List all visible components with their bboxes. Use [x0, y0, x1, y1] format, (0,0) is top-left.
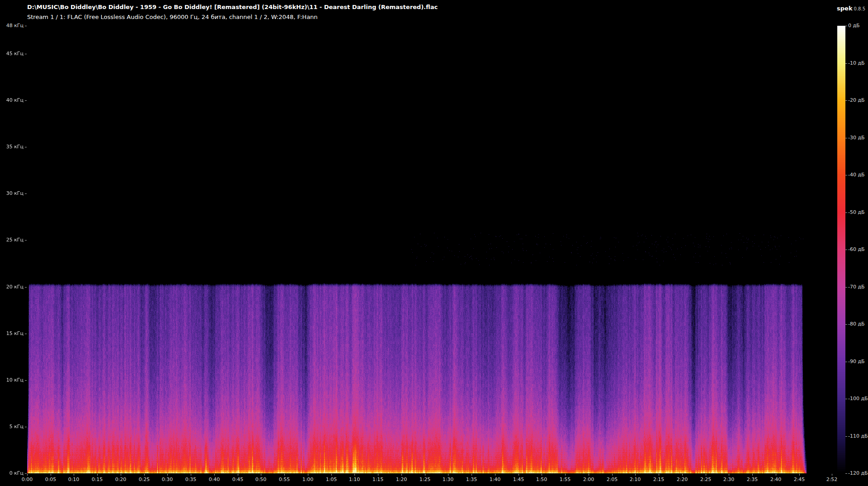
db-tick [845, 100, 847, 101]
time-tick-label: 0:55 [273, 477, 296, 483]
time-tick-label: 0:00 [16, 477, 38, 483]
time-tick [425, 474, 425, 476]
freq-tick [25, 287, 27, 288]
freq-tick-label: 10 кГц [1, 377, 24, 383]
time-tick-label: 2:45 [788, 477, 811, 483]
time-tick-label: 2:40 [764, 477, 787, 483]
freq-tick [25, 380, 27, 381]
db-tick [845, 399, 847, 399]
spek-window: D:\MUSIC\Bo Diddley\Bo Diddley - 1959 - … [0, 0, 868, 486]
file-path: D:\MUSIC\Bo Diddley\Bo Diddley - 1959 - … [27, 4, 438, 10]
time-tick [776, 474, 776, 476]
time-tick-label: 2:30 [717, 477, 740, 483]
time-tick [752, 474, 753, 476]
time-tick [612, 474, 613, 476]
freq-tick [25, 193, 27, 194]
db-tick [845, 63, 847, 64]
time-tick [284, 474, 285, 476]
time-tick-label: 1:40 [484, 477, 506, 483]
time-tick [635, 474, 636, 476]
time-tick-label: 0:30 [156, 477, 179, 483]
time-tick [378, 474, 378, 476]
time-tick-label: 0:40 [203, 477, 226, 483]
time-tick [354, 474, 355, 476]
freq-tick [25, 100, 27, 101]
app-version: 0.8.5 [854, 6, 865, 11]
time-tick-label: 1:35 [460, 477, 483, 483]
time-tick [448, 474, 448, 476]
time-tick-label: 0:25 [133, 477, 156, 483]
freq-tick-label: 20 кГц [1, 284, 24, 290]
freq-tick [25, 26, 27, 26]
freq-tick [25, 473, 27, 474]
time-tick [97, 474, 98, 476]
time-tick-label: 0:10 [62, 477, 85, 483]
time-tick [27, 474, 28, 476]
time-tick-label: 2:20 [671, 477, 693, 483]
time-tick [659, 474, 659, 476]
db-tick-label: -60 дБ [848, 246, 865, 253]
spectrogram-canvas [27, 26, 832, 473]
freq-tick-label: 25 кГц [1, 237, 24, 243]
time-tick-label: 0:35 [179, 477, 202, 483]
time-tick [401, 474, 402, 476]
db-tick-label: -30 дБ [848, 135, 865, 141]
time-tick [167, 474, 168, 476]
time-tick [565, 474, 566, 476]
db-tick [845, 138, 847, 138]
time-tick [74, 474, 74, 476]
time-tick [472, 474, 472, 476]
time-tick [331, 474, 332, 476]
time-tick-label: 2:00 [577, 477, 600, 483]
time-tick [51, 474, 51, 476]
time-tick [706, 474, 706, 476]
db-tick-label: -80 дБ [848, 321, 865, 327]
time-tick-label: 0:50 [250, 477, 272, 483]
time-tick-label: 0:05 [39, 477, 62, 483]
time-tick-label: 1:00 [297, 477, 319, 483]
time-tick [191, 474, 191, 476]
db-tick [845, 362, 847, 362]
time-tick-label: 2:10 [624, 477, 646, 483]
time-tick-label: 2:05 [601, 477, 623, 483]
db-tick [845, 250, 847, 250]
time-tick-label: 1:20 [390, 477, 413, 483]
time-tick [542, 474, 542, 476]
time-tick-label: 1:55 [554, 477, 576, 483]
time-tick [238, 474, 238, 476]
time-tick [729, 474, 729, 476]
time-tick-label: 1:30 [437, 477, 459, 483]
freq-tick-label: 15 кГц [1, 330, 24, 337]
db-tick [845, 26, 847, 26]
db-tick-label: -10 дБ [848, 60, 865, 66]
time-tick [832, 474, 832, 476]
time-tick-label: 1:25 [414, 477, 436, 483]
db-tick [845, 473, 847, 474]
freq-tick [25, 427, 27, 427]
time-tick-label: 2:35 [741, 477, 764, 483]
time-tick [682, 474, 683, 476]
db-tick-label: -110 дБ [848, 433, 868, 439]
db-tick-label: -120 дБ [848, 470, 868, 477]
freq-tick [25, 334, 27, 334]
time-tick [144, 474, 145, 476]
time-tick-label: 1:05 [320, 477, 343, 483]
freq-tick-label: 45 кГц [1, 51, 24, 57]
time-tick [121, 474, 121, 476]
freq-tick-label: 5 кГц [1, 424, 24, 430]
db-tick-label: -20 дБ [848, 97, 865, 104]
legend-colorbar [837, 26, 845, 473]
time-tick [308, 474, 308, 476]
db-tick [845, 324, 847, 325]
freq-tick [25, 147, 27, 147]
time-tick [495, 474, 495, 476]
freq-tick-label: 0 кГц [1, 470, 24, 477]
stream-info: Stream 1 / 1: FLAC (Free Lossless Audio … [27, 14, 318, 20]
time-tick [261, 474, 261, 476]
time-tick [799, 474, 800, 476]
time-tick [589, 474, 589, 476]
db-tick-label: -40 дБ [848, 172, 865, 178]
freq-tick [25, 240, 27, 241]
db-tick-label: -90 дБ [848, 359, 865, 365]
time-tick-label: 2:52 [821, 477, 843, 483]
